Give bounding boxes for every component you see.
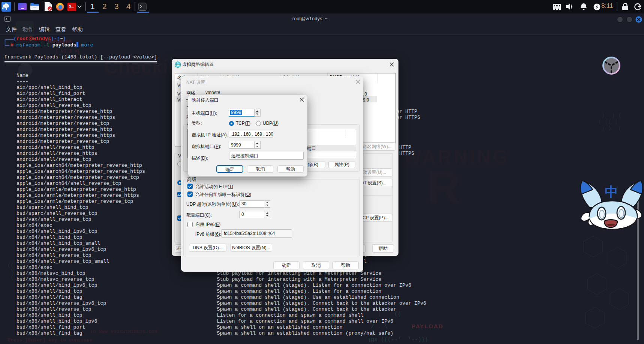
svg-text:中: 中: [605, 184, 618, 199]
svg-text:$_: $_: [69, 4, 74, 9]
